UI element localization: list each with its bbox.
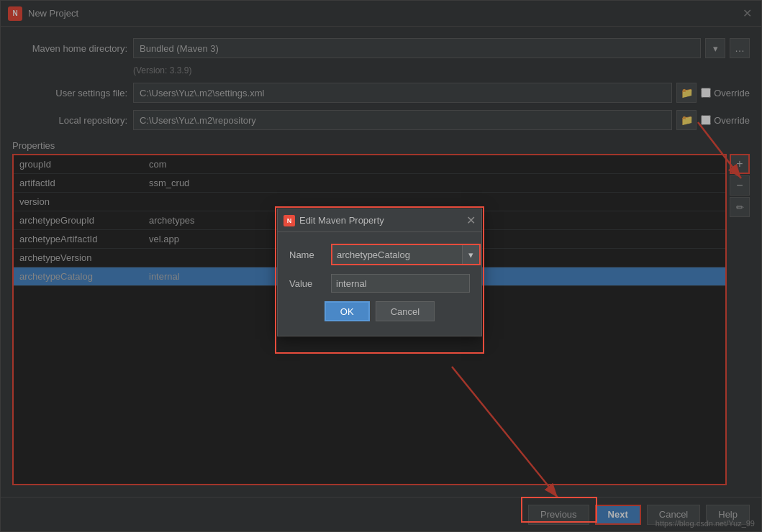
modal-name-input-container: ▾ — [331, 244, 481, 265]
modal-cancel-button[interactable]: Cancel — [376, 301, 435, 321]
modal-title-bar: N Edit Maven Property ✕ — [278, 209, 481, 232]
modal-value-input[interactable] — [331, 274, 470, 293]
modal-name-dropdown[interactable]: ▾ — [462, 245, 479, 264]
url-text: https://blog.csdn.net/Yuz_99 — [656, 519, 755, 528]
modal-name-label: Name — [289, 249, 325, 260]
edit-maven-property-dialog: N Edit Maven Property ✕ Name ▾ Value OK — [277, 208, 482, 336]
modal-value-label: Value — [289, 278, 325, 289]
modal-overlay: N Edit Maven Property ✕ Name ▾ Value OK — [0, 0, 762, 532]
modal-title: Edit Maven Property — [299, 215, 466, 226]
modal-value-row: Value — [289, 274, 470, 293]
modal-content: Name ▾ Value OK Cancel — [278, 232, 481, 336]
modal-name-row: Name ▾ — [289, 244, 470, 265]
modal-app-icon: N — [284, 215, 295, 226]
modal-ok-button[interactable]: OK — [325, 301, 370, 321]
modal-buttons: OK Cancel — [289, 301, 470, 324]
modal-name-input[interactable] — [332, 245, 462, 264]
modal-close-button[interactable]: ✕ — [466, 214, 476, 227]
